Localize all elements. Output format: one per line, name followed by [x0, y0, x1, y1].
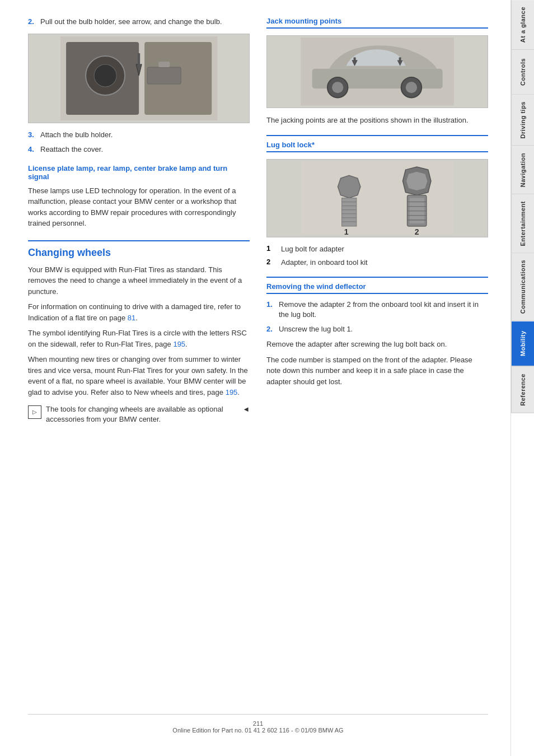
- jack-heading: Jack mounting points: [266, 17, 488, 29]
- cw-para3: The symbol identifying Run-Flat Tires is…: [28, 328, 250, 349]
- step-number: 4.: [28, 144, 37, 155]
- sidebar-tab-at-a-glance[interactable]: At a glance: [511, 0, 535, 50]
- step-4: 4. Reattach the cover.: [28, 144, 250, 155]
- step-text: Reattach the cover.: [40, 144, 103, 155]
- sidebar: At a glance Controls Driving tips Naviga…: [510, 0, 534, 756]
- wind-step-1: 1. Remove the adapter 2 from the onboard…: [266, 300, 488, 320]
- lug-item-text-1: Lug bolt for adapter: [281, 244, 344, 254]
- svg-rect-20: [301, 161, 453, 235]
- sidebar-tab-driving-tips[interactable]: Driving tips: [511, 95, 535, 146]
- step-2: 2. Pull out the bulb holder, see arrow, …: [28, 17, 250, 27]
- step-text: Attach the bulb holder.: [40, 130, 113, 140]
- sidebar-tab-controls[interactable]: Controls: [511, 50, 535, 95]
- svg-point-14: [406, 82, 417, 93]
- wind-step-2: 2. Unscrew the lug bolt 1.: [266, 324, 488, 334]
- wind-step-text-1: Remove the adapter 2 from the onboard to…: [279, 300, 488, 320]
- svg-point-12: [332, 82, 343, 93]
- page-number: 211: [253, 720, 263, 727]
- changing-wheels-heading: Changing wheels: [28, 240, 250, 259]
- step-number: 3.: [28, 130, 37, 140]
- sidebar-tab-communications[interactable]: Communications: [511, 253, 535, 321]
- note-icon: [28, 405, 41, 419]
- license-heading: License plate lamp, rear lamp, center br…: [28, 164, 250, 181]
- lug-heading: Lug bolt lock*: [266, 141, 488, 152]
- svg-text:2: 2: [415, 227, 419, 235]
- cw-para1: Your BMW is equipped with Run-Flat Tires…: [28, 264, 250, 297]
- link-81[interactable]: 81: [128, 314, 135, 322]
- footer: 211 Online Edition for Part no. 01 41 2 …: [28, 714, 488, 734]
- car-jack-image: [266, 35, 488, 108]
- svg-point-4: [94, 64, 116, 87]
- step-text: Pull out the bulb holder, see arrow, and…: [40, 17, 222, 27]
- bulb-image: [28, 34, 250, 123]
- cw-para2: For information on continuing to drive w…: [28, 301, 250, 323]
- svg-text:1: 1: [344, 227, 349, 235]
- svg-rect-8: [158, 62, 170, 67]
- note-box: The tools for changing wheels are availa…: [28, 404, 250, 424]
- lug-section: Lug bolt lock*: [266, 135, 488, 152]
- wind-step-num-1: 1.: [266, 300, 275, 320]
- wind-para1: Remove the adapter after screwing the lu…: [266, 339, 488, 350]
- svg-marker-21: [338, 175, 360, 198]
- license-text: These lamps use LED technology for opera…: [28, 185, 250, 229]
- lug-item-1: 1 Lug bolt for adapter: [266, 244, 488, 254]
- lug-item-num-1: 1: [266, 244, 278, 254]
- jack-desc: The jacking points are at the positions …: [266, 115, 488, 126]
- link-195a[interactable]: 195: [173, 340, 185, 348]
- wind-heading: Removing the wind deflector: [266, 282, 488, 294]
- svg-rect-19: [399, 58, 401, 63]
- lug-item-text-2: Adapter, in onboard tool kit: [281, 258, 368, 268]
- online-edition: Online Edition for Part no. 01 41 2 602 …: [172, 727, 343, 734]
- svg-rect-6: [138, 53, 140, 66]
- wind-para2: The code number is stamped on the front …: [266, 354, 488, 388]
- lug-item-num-2: 2: [266, 258, 278, 268]
- link-195b[interactable]: 195: [226, 388, 238, 396]
- sidebar-tab-entertainment[interactable]: Entertainment: [511, 194, 535, 253]
- svg-rect-7: [147, 67, 181, 84]
- sidebar-tab-mobility[interactable]: Mobility: [511, 321, 535, 366]
- step-number: 2.: [28, 17, 37, 27]
- wind-section: Removing the wind deflector: [266, 277, 488, 294]
- step-3: 3. Attach the bulb holder.: [28, 130, 250, 140]
- sidebar-tab-navigation[interactable]: Navigation: [511, 146, 535, 194]
- sidebar-tab-reference[interactable]: Reference: [511, 366, 535, 413]
- wind-step-text-2: Unscrew the lug bolt 1.: [279, 324, 353, 334]
- svg-marker-31: [406, 171, 427, 190]
- note-text: The tools for changing wheels are availa…: [46, 404, 238, 424]
- lug-item-2: 2 Adapter, in onboard tool kit: [266, 258, 488, 268]
- lug-bolt-image: 1: [266, 159, 488, 237]
- note-end: ◄: [242, 404, 250, 414]
- cw-para4: When mounting new tires or changing over…: [28, 354, 250, 398]
- wind-step-num-2: 2.: [266, 324, 275, 334]
